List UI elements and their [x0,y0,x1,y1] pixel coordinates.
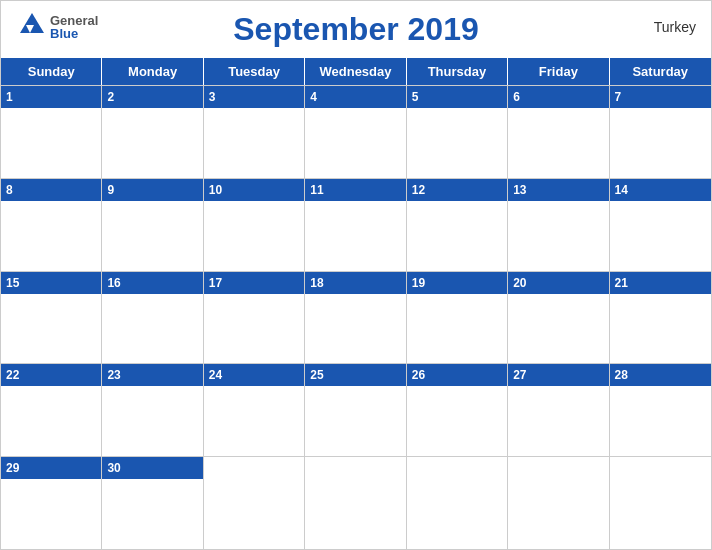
days-header: Sunday Monday Tuesday Wednesday Thursday… [1,58,711,85]
day-cell: 13 [508,179,609,271]
day-number: 8 [6,183,13,197]
logo: General Blue [16,11,98,43]
day-number: 7 [615,90,622,104]
day-cell: 7 [610,86,711,178]
header-wednesday: Wednesday [305,58,406,85]
day-cell: 8 [1,179,102,271]
header-tuesday: Tuesday [204,58,305,85]
day-cell [610,457,711,549]
day-number: 25 [310,368,323,382]
day-number: 28 [615,368,628,382]
day-number: 4 [310,90,317,104]
day-cell: 24 [204,364,305,456]
day-number: 1 [6,90,13,104]
day-cell [407,457,508,549]
day-cell: 18 [305,272,406,364]
day-cell: 11 [305,179,406,271]
day-cell [508,457,609,549]
day-number: 5 [412,90,419,104]
day-cell: 23 [102,364,203,456]
logo-icon [16,11,48,39]
day-cell: 19 [407,272,508,364]
week-row-4: 22232425262728 [1,363,711,456]
day-number: 21 [615,276,628,290]
logo-blue-text: Blue [50,27,98,40]
day-number: 18 [310,276,323,290]
calendar-grid: 1234567891011121314151617181920212223242… [1,85,711,549]
day-cell: 25 [305,364,406,456]
header-monday: Monday [102,58,203,85]
day-number: 16 [107,276,120,290]
day-cell: 22 [1,364,102,456]
day-cell: 9 [102,179,203,271]
day-cell: 12 [407,179,508,271]
day-number: 6 [513,90,520,104]
day-number: 12 [412,183,425,197]
day-number: 30 [107,461,120,475]
day-cell: 29 [1,457,102,549]
day-cell: 20 [508,272,609,364]
day-number: 11 [310,183,323,197]
day-cell [204,457,305,549]
day-number: 15 [6,276,19,290]
day-number: 9 [107,183,114,197]
day-number: 29 [6,461,19,475]
header-thursday: Thursday [407,58,508,85]
day-cell: 27 [508,364,609,456]
day-cell: 4 [305,86,406,178]
day-number: 26 [412,368,425,382]
day-number: 3 [209,90,216,104]
day-cell: 17 [204,272,305,364]
day-cell: 5 [407,86,508,178]
calendar-title: September 2019 [233,11,478,48]
day-number: 24 [209,368,222,382]
header-friday: Friday [508,58,609,85]
day-number: 14 [615,183,628,197]
day-cell [305,457,406,549]
day-cell: 10 [204,179,305,271]
day-number: 10 [209,183,222,197]
day-cell: 1 [1,86,102,178]
week-row-5: 2930 [1,456,711,549]
header-sunday: Sunday [1,58,102,85]
day-number: 19 [412,276,425,290]
day-cell: 6 [508,86,609,178]
country-label: Turkey [654,19,696,35]
day-cell: 28 [610,364,711,456]
day-number: 22 [6,368,19,382]
week-row-3: 15161718192021 [1,271,711,364]
day-number: 2 [107,90,114,104]
day-cell: 30 [102,457,203,549]
svg-marker-0 [20,13,44,33]
day-number: 27 [513,368,526,382]
day-cell: 15 [1,272,102,364]
calendar-header: General Blue September 2019 Turkey [1,1,711,58]
calendar: General Blue September 2019 Turkey Sunda… [0,0,712,550]
day-cell: 14 [610,179,711,271]
day-cell: 3 [204,86,305,178]
day-cell: 21 [610,272,711,364]
day-number: 23 [107,368,120,382]
week-row-2: 891011121314 [1,178,711,271]
day-cell: 2 [102,86,203,178]
day-number: 17 [209,276,222,290]
day-cell: 16 [102,272,203,364]
day-number: 20 [513,276,526,290]
day-number: 13 [513,183,526,197]
week-row-1: 1234567 [1,85,711,178]
day-cell: 26 [407,364,508,456]
header-saturday: Saturday [610,58,711,85]
